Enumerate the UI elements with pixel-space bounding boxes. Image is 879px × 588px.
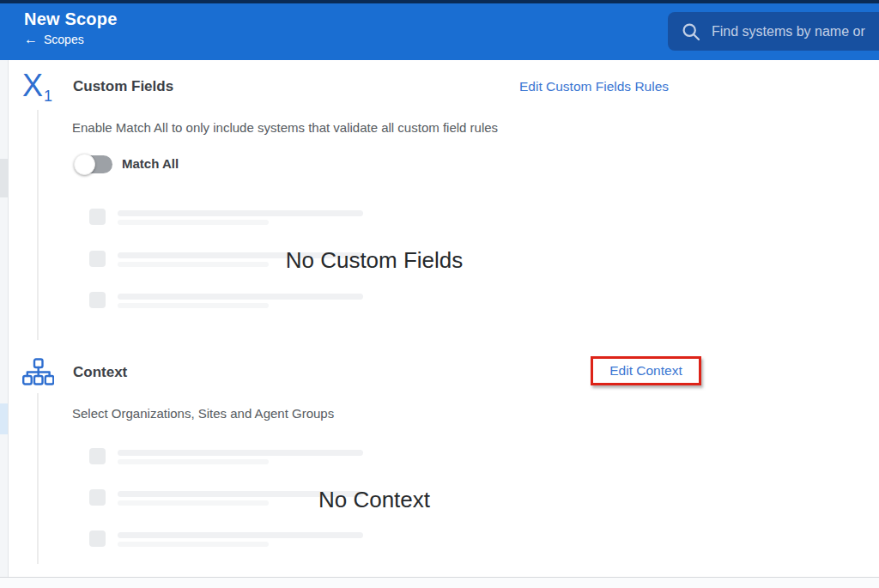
no-context-text: No Context (0, 487, 749, 513)
annotation-highlight-box: Edit Context (591, 356, 701, 385)
skeleton-square (89, 209, 106, 225)
back-to-scopes-link[interactable]: ← Scopes (24, 33, 84, 46)
skeleton-bar (118, 532, 363, 538)
search-icon (682, 22, 700, 41)
match-all-toggle[interactable] (76, 155, 112, 173)
org-chart-icon (22, 358, 54, 390)
context-title: Context (73, 364, 127, 381)
x1-custom-fields-icon: X1 (22, 70, 52, 112)
rail-patch-gray (0, 159, 8, 197)
skeleton-bar (118, 450, 363, 456)
back-arrow-icon: ← (24, 33, 38, 45)
back-link-label: Scopes (44, 33, 84, 46)
match-all-label: Match All (122, 156, 179, 171)
custom-fields-description: Enable Match All to only include systems… (72, 120, 498, 135)
skeleton-bar (118, 220, 269, 225)
skeleton-row (0, 530, 749, 548)
search-input[interactable] (712, 24, 879, 39)
page-title: New Scope (24, 9, 118, 29)
skeleton-bar (118, 294, 363, 300)
skeleton-square (89, 292, 106, 308)
skeleton-bar (118, 303, 269, 308)
skeleton-row (0, 448, 749, 465)
skeleton-square (89, 448, 106, 464)
edit-context-link[interactable]: Edit Context (609, 363, 682, 379)
toggle-knob (74, 154, 95, 175)
skeleton-bar (118, 459, 269, 464)
header: New Scope ← Scopes (0, 0, 879, 60)
skeleton-bar (118, 542, 269, 547)
edit-custom-fields-rules-link[interactable]: Edit Custom Fields Rules (519, 79, 669, 94)
footer-divider (0, 577, 879, 588)
skeleton-row (0, 209, 749, 226)
skeleton-row (0, 292, 749, 309)
rail-patch-blue (0, 403, 8, 434)
no-custom-fields-text: No Custom Fields (0, 247, 749, 274)
top-strip (0, 0, 879, 3)
custom-fields-title: Custom Fields (73, 78, 173, 95)
skeleton-bar (118, 210, 363, 216)
system-search[interactable] (668, 12, 879, 51)
skeleton-square (89, 530, 106, 547)
context-description: Select Organizations, Sites and Agent Gr… (72, 406, 334, 421)
